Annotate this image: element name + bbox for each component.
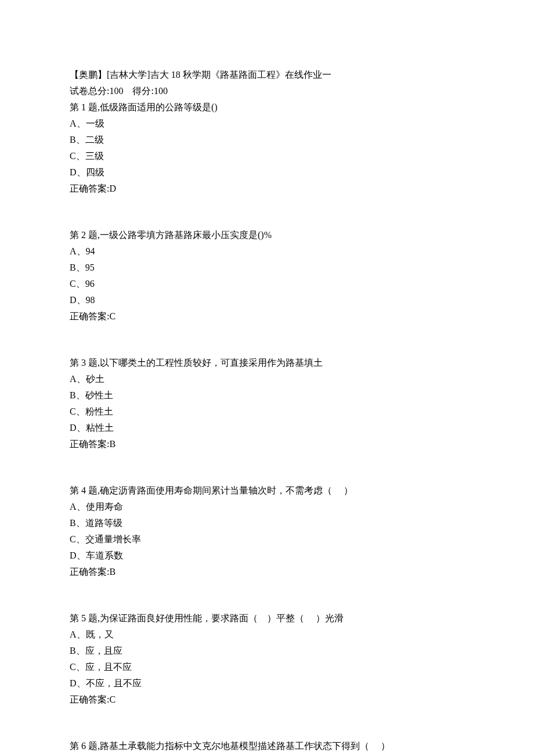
question-3: 第 3 题,以下哪类土的工程性质较好，可直接采用作为路基填土 A、砂土 B、砂性… bbox=[70, 355, 464, 452]
question-option: D、不应，且不应 bbox=[70, 675, 464, 692]
question-5: 第 5 题,为保证路面良好使用性能，要求路面（ ）平整（ ）光滑 A、既，又 B… bbox=[70, 610, 464, 708]
document-page: 【奥鹏】[吉林大学]吉大 18 秋学期《路基路面工程》在线作业一 试卷总分:10… bbox=[0, 0, 534, 756]
question-option: D、车道系数 bbox=[70, 548, 464, 564]
question-answer: 正确答案:C bbox=[70, 308, 464, 325]
question-option: A、砂土 bbox=[70, 371, 464, 387]
question-option: C、粉性土 bbox=[70, 404, 464, 420]
question-option: B、95 bbox=[70, 260, 464, 276]
question-option: A、94 bbox=[70, 243, 464, 260]
question-option: B、砂性土 bbox=[70, 387, 464, 404]
question-1: 第 1 题,低级路面适用的公路等级是() A、一级 B、二级 C、三级 D、四级… bbox=[70, 99, 464, 197]
question-option: C、三级 bbox=[70, 148, 464, 164]
question-option: D、粘性土 bbox=[70, 420, 464, 436]
question-6: 第 6 题,路基土承载能力指标中文克尔地基模型描述路基工作状态下得到（ ） A、… bbox=[70, 738, 464, 756]
question-option: A、使用寿命 bbox=[70, 499, 464, 515]
question-option: C、应，且不应 bbox=[70, 659, 464, 675]
doc-scoreline: 试卷总分:100 得分:100 bbox=[70, 83, 464, 99]
question-answer: 正确答案:B bbox=[70, 564, 464, 580]
question-option: B、二级 bbox=[70, 132, 464, 148]
question-stem: 第 6 题,路基土承载能力指标中文克尔地基模型描述路基工作状态下得到（ ） bbox=[70, 738, 464, 754]
question-4: 第 4 题,确定沥青路面使用寿命期间累计当量轴次时，不需考虑（ ） A、使用寿命… bbox=[70, 483, 464, 580]
question-option: A、既，又 bbox=[70, 627, 464, 643]
question-option: B、道路等级 bbox=[70, 515, 464, 531]
question-stem: 第 4 题,确定沥青路面使用寿命期间累计当量轴次时，不需考虑（ ） bbox=[70, 483, 464, 499]
question-stem: 第 5 题,为保证路面良好使用性能，要求路面（ ）平整（ ）光滑 bbox=[70, 610, 464, 627]
question-option: C、96 bbox=[70, 276, 464, 292]
question-stem: 第 1 题,低级路面适用的公路等级是() bbox=[70, 99, 464, 116]
question-stem: 第 3 题,以下哪类土的工程性质较好，可直接采用作为路基填土 bbox=[70, 355, 464, 371]
question-answer: 正确答案:C bbox=[70, 692, 464, 708]
question-option: C、交通量增长率 bbox=[70, 531, 464, 548]
doc-title: 【奥鹏】[吉林大学]吉大 18 秋学期《路基路面工程》在线作业一 bbox=[70, 67, 464, 83]
question-2: 第 2 题,一级公路零填方路基路床最小压实度是()% A、94 B、95 C、9… bbox=[70, 227, 464, 325]
question-option: D、98 bbox=[70, 292, 464, 308]
question-stem: 第 2 题,一级公路零填方路基路床最小压实度是()% bbox=[70, 227, 464, 243]
question-option: B、应，且应 bbox=[70, 643, 464, 659]
question-option: D、四级 bbox=[70, 164, 464, 181]
question-option: A、一级 bbox=[70, 116, 464, 132]
question-answer: 正确答案:B bbox=[70, 436, 464, 452]
question-answer: 正确答案:D bbox=[70, 181, 464, 197]
